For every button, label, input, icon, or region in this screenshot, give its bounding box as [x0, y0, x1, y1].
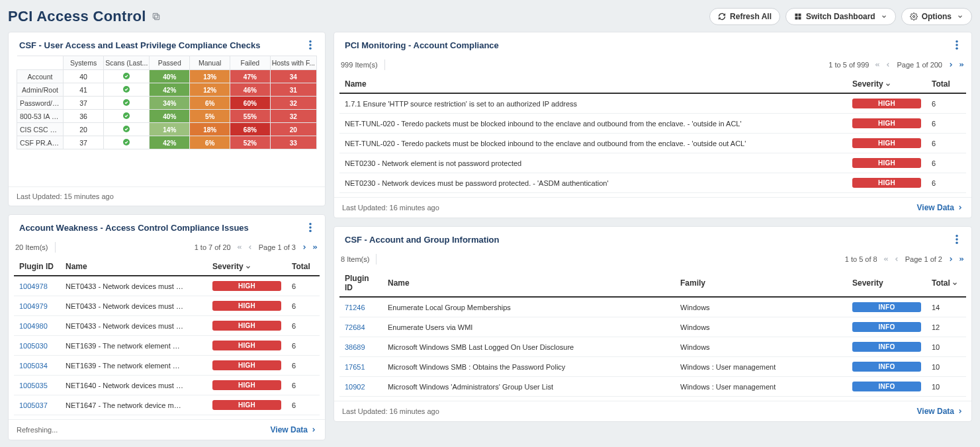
name-cell: NET1647 - The network device must not a.…	[66, 401, 185, 409]
severity-badge: HIGH	[212, 400, 281, 410]
plugin-link[interactable]: 72684	[345, 323, 365, 331]
plugin-link[interactable]: 71246	[345, 304, 365, 311]
plugin-link[interactable]: 1005030	[19, 342, 48, 350]
table-row[interactable]: NET-TUNL-020 - Teredo packets must be bl…	[339, 134, 966, 153]
switch-dashboard-button[interactable]: Switch Dashboard	[785, 8, 896, 25]
page-next[interactable]	[948, 61, 954, 68]
copy-icon[interactable]	[152, 12, 161, 21]
table-row[interactable]: 1005035NET1640 - Network devices must lo…	[14, 376, 320, 395]
table-row[interactable]: 38689Microsoft Windows SMB Last Logged O…	[339, 337, 966, 357]
col-total[interactable]: Total	[287, 258, 320, 276]
refresh-all-button[interactable]: Refresh All	[709, 8, 780, 25]
table-row[interactable]: 72684Enumerate Users via WMIWindowsINFO1…	[339, 317, 966, 337]
matrix-row: CIS CSC 5 &...2014%18%68%20	[17, 123, 317, 136]
page-prev[interactable]	[247, 244, 253, 251]
scan-cell	[104, 123, 150, 136]
table-row[interactable]: 1005034NET1639 - The network element mus…	[14, 356, 320, 376]
table-row[interactable]: 1004978NET0433 - Network devices must us…	[14, 276, 320, 296]
card-pci-monitoring: PCI Monitoring - Account Compliance 999 …	[334, 32, 972, 218]
name-cell: Enumerate Local Group Memberships	[382, 297, 675, 317]
page-header: PCI Access Control Refresh All Switch Da…	[8, 5, 972, 32]
severity-badge: HIGH	[852, 178, 921, 188]
matrix-row: 800-53 IA &...3640%5%55%32	[17, 110, 317, 123]
col-name[interactable]: Name	[339, 75, 847, 93]
table-row[interactable]: 71246Enumerate Local Group MembershipsWi…	[339, 297, 966, 317]
page-next[interactable]	[948, 256, 954, 263]
manual-cell: 13%	[190, 70, 230, 83]
page-prev[interactable]	[893, 256, 900, 263]
table-row[interactable]: 10902Microsoft Windows 'Administrators' …	[339, 377, 966, 397]
total-cell: 10	[926, 377, 966, 397]
plugin-link[interactable]: 17651	[345, 363, 365, 371]
view-data-link[interactable]: View Data	[271, 425, 317, 434]
severity-badge: HIGH	[212, 360, 281, 370]
total-cell: 6	[926, 93, 966, 114]
name-cell: Microsoft Windows SMB Last Logged On Use…	[382, 337, 675, 357]
col-total[interactable]: Total	[926, 75, 966, 93]
table-row[interactable]: 17651Microsoft Windows SMB : Obtains the…	[339, 357, 966, 377]
range-text: 1 to 5 of 8	[845, 255, 877, 263]
plugin-link[interactable]: 1005037	[19, 401, 48, 409]
item-count: 8 Item(s)	[341, 255, 369, 263]
table-row[interactable]: 1.7.1 Ensure 'HTTP source restriction' i…	[339, 93, 966, 114]
svg-rect-2	[795, 14, 797, 17]
plugin-link[interactable]: 1005034	[19, 362, 48, 370]
card-menu-button[interactable]	[306, 223, 314, 232]
plugin-link[interactable]: 1004980	[19, 322, 48, 330]
severity-badge: HIGH	[852, 99, 921, 108]
compliance-matrix: SystemsScans (Last...PassedManualFailedH…	[17, 56, 317, 149]
last-updated: Last Updated: 15 minutes ago	[17, 192, 114, 200]
page-first[interactable]	[236, 244, 243, 251]
page-first[interactable]	[883, 256, 889, 263]
col-severity[interactable]: Severity	[847, 270, 926, 297]
total-cell: 6	[287, 296, 320, 316]
failed-cell: 68%	[230, 123, 271, 136]
page-last[interactable]	[312, 244, 318, 251]
matrix-row-label: Password/Cr...	[17, 97, 64, 110]
table-row[interactable]: NET0230 - Network devices must be passwo…	[339, 173, 966, 193]
table-row[interactable]: NET0230 - Network element is not passwor…	[339, 153, 966, 173]
table-row[interactable]: 1004980NET0433 - Network devices must us…	[14, 316, 320, 336]
page-last[interactable]	[958, 256, 965, 263]
view-data-link[interactable]: View Data	[917, 203, 963, 212]
col-total[interactable]: Total	[926, 270, 966, 297]
options-button[interactable]: Options	[901, 8, 972, 25]
name-cell: NET0230 - Network element is not passwor…	[345, 159, 755, 167]
svg-rect-5	[798, 17, 801, 20]
hosts-cell: 20	[270, 123, 316, 136]
page-first[interactable]	[874, 61, 881, 68]
chevron-down-icon	[957, 13, 963, 20]
col-name[interactable]: Name	[60, 258, 207, 276]
col-severity[interactable]: Severity	[207, 258, 287, 276]
severity-badge: INFO	[852, 342, 921, 352]
passed-cell: 42%	[150, 136, 190, 149]
plugin-link[interactable]: 10902	[345, 383, 365, 391]
table-row[interactable]: NET-TUNL-020 - Teredo packets must be bl…	[339, 114, 966, 134]
card-menu-button[interactable]	[306, 40, 314, 50]
col-family[interactable]: Family	[675, 270, 847, 297]
col-name[interactable]: Name	[382, 270, 675, 297]
col-plugin[interactable]: Plugin ID	[339, 270, 382, 297]
card-menu-button[interactable]	[953, 235, 961, 244]
page-next[interactable]	[301, 244, 308, 251]
page-last[interactable]	[958, 61, 965, 68]
name-cell: Microsoft Windows 'Administrators' Group…	[382, 377, 675, 397]
page-prev[interactable]	[885, 61, 891, 68]
scan-cell	[104, 136, 150, 149]
plugin-link[interactable]: 1004979	[19, 302, 48, 310]
plugin-link[interactable]: 1004978	[19, 282, 48, 290]
col-severity[interactable]: Severity	[847, 75, 926, 93]
plugin-link[interactable]: 1005035	[19, 382, 48, 389]
total-cell: 14	[926, 297, 966, 317]
matrix-row: Password/Cr...3734%6%60%32	[17, 97, 317, 110]
plugin-link[interactable]: 38689	[345, 343, 365, 351]
family-cell: Windows	[675, 337, 847, 357]
options-label: Options	[922, 12, 952, 21]
table-row[interactable]: 1005037NET1647 - The network device must…	[14, 395, 320, 415]
name-cell: NET-TUNL-020 - Teredo packets must be bl…	[345, 120, 755, 128]
col-plugin[interactable]: Plugin ID	[14, 258, 60, 276]
table-row[interactable]: 1004979NET0433 - Network devices must us…	[14, 296, 320, 316]
card-menu-button[interactable]	[953, 40, 961, 50]
table-row[interactable]: 1005030NET1639 - The network element mus…	[14, 336, 320, 356]
view-data-link[interactable]: View Data	[917, 407, 963, 416]
